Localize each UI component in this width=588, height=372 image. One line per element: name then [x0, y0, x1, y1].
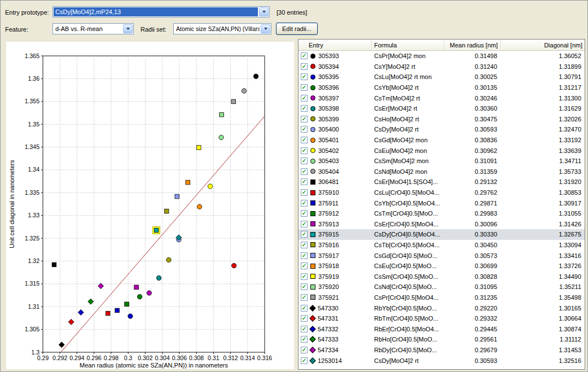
row-checkbox[interactable]: ✓ — [301, 357, 308, 364]
table-row[interactable]: ✓375910CsLu[CrO4]0.5[MoO4...0.297621.308… — [299, 187, 585, 198]
table-row[interactable]: ✓305394CsY[MoO4]2 rt0.312401.31899 — [299, 62, 585, 72]
row-checkbox[interactable]: ✓ — [301, 105, 308, 112]
table-row[interactable]: ✓305403CsSm[MoO4]2 mon0.310911.34711 — [299, 156, 585, 167]
row-checkbox[interactable]: ✓ — [301, 305, 308, 312]
table-row[interactable]: ✓305396CsYb[MoO4]2 rt0.301351.31217 — [299, 82, 585, 93]
square-marker-icon — [310, 200, 315, 205]
chevron-down-icon[interactable] — [261, 24, 270, 33]
svg-text:1.305: 1.305 — [25, 326, 40, 332]
data-point[interactable] — [166, 257, 171, 262]
table-row[interactable]: ✓305398CsEr[MoO4]2 rt0.303601.31629 — [299, 103, 585, 114]
row-checkbox[interactable]: ✓ — [301, 168, 308, 175]
entry-prototype-select[interactable]: CsDy[MoO4]2,mP24,13 — [52, 6, 270, 17]
data-point[interactable] — [231, 99, 236, 104]
data-point[interactable] — [52, 262, 56, 267]
radii-set-select[interactable]: Atomic size SZa(AN,PN) (Villars et al.) — [173, 23, 271, 34]
table-row[interactable]: ✓305401CsGd[MoO4]2 mon0.308361.33192 — [299, 135, 585, 146]
row-checkbox[interactable]: ✓ — [301, 252, 308, 259]
data-point[interactable] — [115, 308, 120, 313]
table-row[interactable]: ✓1253014CsDy[MoO4]2 rt0.305931.32516 — [299, 355, 585, 366]
entries-count: [30 entries] — [277, 9, 307, 16]
data-point[interactable] — [231, 263, 236, 268]
row-checkbox[interactable]: ✓ — [301, 273, 308, 280]
row-checkbox[interactable]: ✓ — [301, 126, 308, 133]
row-checkbox[interactable]: ✓ — [301, 178, 308, 185]
row-checkbox[interactable]: ✓ — [301, 315, 308, 322]
data-point[interactable] — [147, 291, 151, 295]
data-point[interactable] — [197, 146, 201, 150]
feature-select[interactable]: d-AB vs. R-mean — [52, 23, 134, 34]
table-row[interactable]: ✓547331RbTm[CrO4]0.5[MoO...0.293321.3066… — [299, 313, 585, 324]
data-point[interactable] — [128, 314, 133, 318]
table-row[interactable]: ✓375915CsDy[CrO4]0.5[MoO4...0.303301.326… — [299, 229, 585, 240]
data-point[interactable] — [242, 89, 246, 93]
chevron-down-icon[interactable] — [123, 24, 133, 33]
data-point[interactable] — [175, 194, 179, 199]
data-point[interactable] — [219, 135, 223, 139]
row-checkbox[interactable]: ✓ — [301, 221, 308, 227]
data-point[interactable] — [186, 180, 190, 185]
data-point[interactable] — [125, 302, 129, 307]
table-row[interactable]: ✓375917CsGd[CrO4]0.5[MoO...0.305731.3341… — [299, 250, 585, 261]
edit-radii-button[interactable]: Edit radii... — [276, 23, 318, 35]
row-checkbox[interactable]: ✓ — [301, 147, 308, 154]
data-point[interactable] — [164, 209, 169, 213]
column-header-entry[interactable]: Entry — [299, 40, 372, 50]
row-checkbox[interactable]: ✓ — [301, 336, 308, 343]
table-row[interactable]: ✓305395CsLu[MoO4]2 rt mon0.300251.30791 — [299, 72, 585, 82]
data-point[interactable] — [208, 184, 212, 189]
table-row[interactable]: ✓375919CsSm[CrO4]0.5[MoO...0.308281.3449… — [299, 271, 585, 282]
row-checkbox[interactable]: ✓ — [301, 137, 308, 143]
data-point[interactable] — [137, 295, 142, 299]
table-row[interactable]: ✓375921CsPr[CrO4]0.5[MoO4...0.312351.354… — [299, 292, 585, 303]
chevron-down-icon[interactable] — [259, 7, 269, 16]
row-checkbox[interactable]: ✓ — [301, 84, 308, 91]
table-row[interactable]: ✓375913CsEr[CrO4]0.5[MoO4...0.300961.314… — [299, 219, 585, 230]
data-point[interactable] — [106, 311, 110, 316]
data-point[interactable] — [197, 204, 201, 209]
data-point[interactable] — [253, 74, 258, 78]
data-point[interactable] — [154, 228, 159, 233]
table-row[interactable]: ✓375912CsTm[CrO4]0.5[MoO...0.299831.3105… — [299, 208, 585, 219]
row-checkbox[interactable]: ✓ — [301, 326, 308, 332]
row-checkbox[interactable]: ✓ — [301, 200, 308, 207]
row-checkbox[interactable]: ✓ — [301, 157, 308, 164]
entry-cell: ✓375918 — [299, 262, 372, 269]
column-header-diagonal[interactable]: Diagonal [nm] — [501, 40, 585, 50]
data-point[interactable] — [220, 112, 224, 117]
data-point[interactable] — [156, 275, 161, 280]
column-header-mean-radius[interactable]: Mean radius [nm] — [444, 40, 501, 50]
table-row[interactable]: ✓547330RbYb[CrO4]0.5[MoO...0.292201.3016… — [299, 303, 585, 313]
column-header-formula[interactable]: Formula — [372, 40, 444, 50]
data-point[interactable] — [134, 285, 139, 290]
row-checkbox[interactable]: ✓ — [301, 210, 308, 217]
table-row[interactable]: ✓375916CsTb[CrO4]0.5[MoO4...0.304501.330… — [299, 240, 585, 251]
table-row[interactable]: ✓547332RbEr[CrO4]0.5[MoO4...0.294451.308… — [299, 323, 585, 334]
table-row[interactable]: ✓375911CsYb[CrO4]0.5[MoO4...0.298711.309… — [299, 198, 585, 208]
row-checkbox[interactable]: ✓ — [301, 231, 308, 238]
table-row[interactable]: ✓305404CsNd[MoO4]2 mon0.313591.35733 — [299, 167, 585, 177]
row-checkbox[interactable]: ✓ — [301, 262, 308, 269]
table-row[interactable]: ✓305399CsHo[MoO4]2 rt0.304751.32026 — [299, 114, 585, 125]
table-row[interactable]: ✓547333RbHo[CrO4]0.5[MoO...0.295611.3111… — [299, 334, 585, 345]
row-checkbox[interactable]: ✓ — [301, 95, 308, 102]
row-checkbox[interactable]: ✓ — [301, 189, 308, 196]
table-row[interactable]: ✓375918CsEu[CrO4]0.5[MoO...0.306991.3372… — [299, 261, 585, 272]
row-checkbox[interactable]: ✓ — [301, 73, 308, 80]
table-row[interactable]: ✓375920CsNd[CrO4]0.5[MoO...0.310951.3521… — [299, 282, 585, 292]
table-row[interactable]: ✓305393CsPr[MoO4]2 mon0.314981.36052 — [299, 51, 585, 62]
row-checkbox[interactable]: ✓ — [301, 283, 308, 290]
row-checkbox[interactable]: ✓ — [301, 63, 308, 70]
row-checkbox[interactable]: ✓ — [301, 294, 308, 301]
table-row[interactable]: ✓306481CsEr[MoO4]1.5[SO4]...0.291321.319… — [299, 177, 585, 187]
table-row[interactable]: ✓305397CsTm[MoO4]2 rt0.302461.31300 — [299, 93, 585, 103]
row-checkbox[interactable]: ✓ — [301, 116, 308, 122]
row-checkbox[interactable]: ✓ — [301, 347, 308, 353]
diagonal-cell: 1.32026 — [501, 116, 585, 122]
table-row[interactable]: ✓547334RbDy[CrO4]0.5[MoO...0.296791.3145… — [299, 345, 585, 356]
row-checkbox[interactable]: ✓ — [301, 52, 308, 59]
table-row[interactable]: ✓305400CsDy[MoO4]2 rt0.305931.32470 — [299, 124, 585, 135]
table-row[interactable]: ✓305402CsEu[MoO4]2 mon0.309621.33639 — [299, 145, 585, 156]
scatter-plot-svg[interactable]: 0.290.2920.2940.2960.2980.30.3020.3040.3… — [6, 42, 294, 369]
row-checkbox[interactable]: ✓ — [301, 242, 308, 248]
